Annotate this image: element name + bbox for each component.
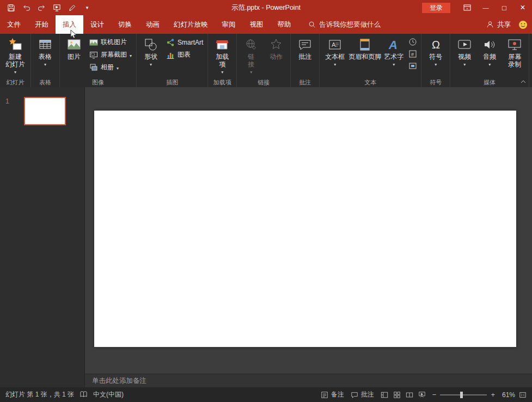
chart-icon <box>166 51 175 59</box>
date-time-button[interactable] <box>406 36 419 48</box>
ribbon-group-tables: 表格 表格 <box>31 34 60 87</box>
smiley-icon <box>518 20 528 29</box>
redo-icon <box>38 4 46 12</box>
dropdown-arrow-icon <box>435 61 437 65</box>
language-indicator[interactable]: 中文(中国) <box>93 390 124 399</box>
new-slide-button[interactable]: 新建 幻灯片 <box>2 34 29 78</box>
shapes-icon <box>144 36 158 53</box>
dropdown-arrow-icon <box>463 61 466 65</box>
fit-slide-to-window-button[interactable] <box>519 391 527 399</box>
share-button[interactable]: 共享 <box>479 15 518 34</box>
tab-insert[interactable]: 插入 <box>56 15 83 34</box>
comments-toggle-button[interactable]: 批注 <box>351 390 374 399</box>
zoom-slider[interactable] <box>440 394 487 395</box>
notes-placeholder: 单击此处添加备注 <box>92 376 146 386</box>
symbol-button[interactable]: Ω 符号 <box>423 34 448 78</box>
slide-indicator: 幻灯片 第 1 张，共 1 张 <box>5 390 74 399</box>
tab-help[interactable]: 帮助 <box>271 15 298 34</box>
ribbon-display-options-button[interactable] <box>458 0 476 15</box>
redo-button[interactable] <box>35 1 48 14</box>
tab-transitions[interactable]: 切换 <box>111 15 139 34</box>
reading-view-button[interactable] <box>406 391 413 399</box>
ribbon: 新建 幻灯片 幻灯片 表格 表格 <box>0 34 532 87</box>
slide-sorter-view-button[interactable] <box>393 391 401 399</box>
zoom-in-button[interactable]: + <box>491 391 495 399</box>
zoom-slider-thumb[interactable] <box>460 392 463 398</box>
slide-number-icon: # <box>408 50 417 58</box>
slideshow-view-button[interactable] <box>418 391 426 399</box>
new-comment-button[interactable]: 批注 <box>292 34 317 78</box>
maximize-button[interactable] <box>495 0 513 15</box>
link-button[interactable]: 链 接 <box>239 34 264 78</box>
svg-text:A: A <box>332 41 336 48</box>
textbox-button[interactable]: A 文本框 <box>321 34 348 78</box>
video-button[interactable]: 视频 <box>452 34 477 78</box>
object-button[interactable] <box>406 60 419 72</box>
signin-button[interactable]: 登录 <box>422 3 450 13</box>
proofing-button[interactable] <box>80 391 88 399</box>
shapes-button[interactable]: 形状 <box>138 34 163 78</box>
addins-button[interactable]: 加载 项 <box>210 34 235 78</box>
tabrow-spacer <box>381 15 479 34</box>
video-icon <box>457 36 472 53</box>
comment-label: 批注 <box>298 53 311 60</box>
textbox-icon: A <box>328 36 342 53</box>
audio-button[interactable]: 音频 <box>477 34 502 78</box>
zoom-level[interactable]: 61% <box>499 391 515 399</box>
feedback-button[interactable] <box>518 15 532 34</box>
tab-animations[interactable]: 动画 <box>139 15 167 34</box>
online-pictures-button[interactable]: 联机图片 <box>87 36 134 48</box>
shapes-label: 形状 <box>144 53 157 60</box>
dropdown-arrow-icon <box>44 61 46 65</box>
screen-recording-button[interactable]: 屏幕 录制 <box>502 34 527 78</box>
tab-file[interactable]: 文件 <box>0 15 28 34</box>
zoom-out-button[interactable]: − <box>432 391 437 399</box>
tab-slideshow[interactable]: 幻灯片放映 <box>167 15 215 34</box>
wordart-label: 艺术字 <box>384 53 403 60</box>
slide-number-button[interactable]: # <box>406 48 419 60</box>
search-icon <box>308 21 316 28</box>
ribbon-group-images: 图片 联机图片 屏幕截图 相册 <box>60 34 137 87</box>
picture-button[interactable]: 图片 <box>62 34 87 78</box>
tab-home[interactable]: 开始 <box>28 15 56 34</box>
undo-button[interactable] <box>20 1 33 14</box>
addins-label: 加载 项 <box>216 53 229 68</box>
notes-pane[interactable]: 单击此处添加备注 <box>85 374 532 387</box>
slide-thumbnail[interactable] <box>24 97 66 125</box>
fit-to-window-icon <box>519 391 527 399</box>
tell-me-search[interactable]: 告诉我你想要做什么 <box>308 15 381 34</box>
screenshot-label: 屏幕截图 <box>101 50 127 59</box>
qat-customize-button[interactable] <box>81 1 94 14</box>
ribbon-group-symbols: Ω 符号 符号 <box>421 34 450 87</box>
tab-design[interactable]: 设计 <box>83 15 111 34</box>
tab-review[interactable]: 审阅 <box>215 15 243 34</box>
action-button[interactable]: 动作 <box>264 34 289 78</box>
screenshot-button[interactable]: 屏幕截图 <box>87 48 134 61</box>
header-footer-button[interactable]: 页眉和页脚 <box>348 34 381 78</box>
close-button[interactable] <box>513 0 532 15</box>
date-time-icon <box>408 38 417 46</box>
dropdown-arrow-icon <box>250 69 252 73</box>
smartart-button[interactable]: SmartArt <box>163 36 206 48</box>
tab-view[interactable]: 视图 <box>243 15 271 34</box>
new-slide-label: 新建 幻灯片 <box>5 53 25 68</box>
header-footer-icon <box>358 36 372 53</box>
photo-album-button[interactable]: 相册 <box>87 61 134 74</box>
minimize-button[interactable] <box>476 0 495 15</box>
ribbon-group-addins: 加载 项 加载项 <box>208 34 237 87</box>
audio-label: 音频 <box>483 53 496 60</box>
chevron-up-icon <box>521 80 526 83</box>
chart-button[interactable]: 图表 <box>163 48 206 61</box>
notes-toggle-button[interactable]: 备注 <box>321 390 344 399</box>
ribbon-collapse-button[interactable] <box>519 78 528 85</box>
view-switcher <box>381 391 426 399</box>
wordart-button[interactable]: A 艺术字 <box>381 34 406 78</box>
touch-mode-button[interactable] <box>65 1 78 14</box>
start-slideshow-button[interactable] <box>50 1 63 14</box>
table-button[interactable]: 表格 <box>33 34 58 78</box>
normal-view-button[interactable] <box>381 391 388 399</box>
group-label-images: 图像 <box>62 78 134 87</box>
ribbon-display-options-icon <box>463 3 472 12</box>
save-button[interactable] <box>4 1 17 14</box>
slide-canvas[interactable] <box>94 111 516 347</box>
